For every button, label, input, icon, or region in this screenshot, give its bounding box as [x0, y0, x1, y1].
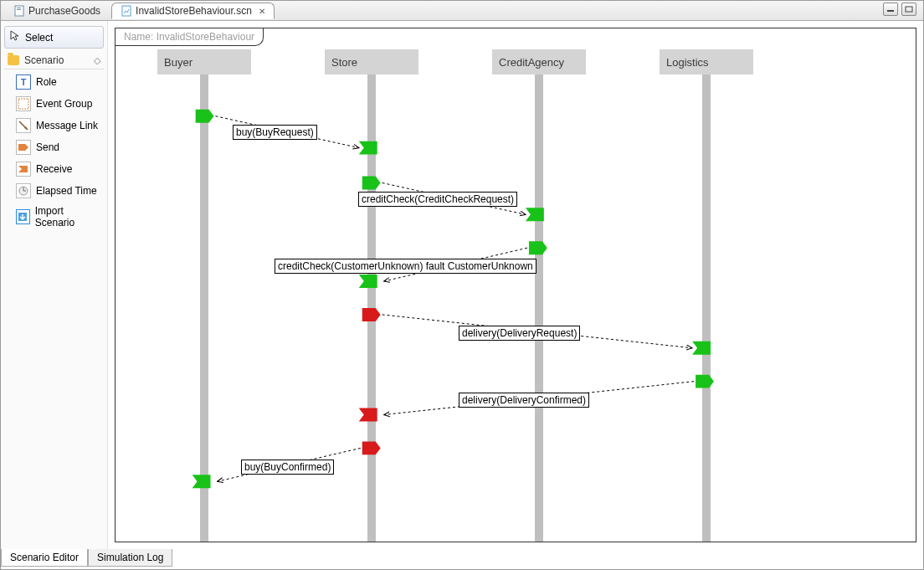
diagram-name-label: Name: InvalidStoreBehaviour — [116, 28, 264, 46]
receive-icon — [16, 162, 31, 177]
pin-icon[interactable]: ◇ — [94, 55, 100, 66]
import-icon — [16, 209, 30, 224]
palette-item-label: Event Group — [36, 98, 92, 110]
svg-rect-6 — [18, 99, 28, 109]
message-label-creditcheck-request[interactable]: creditCheck(CreditCheckRequest) — [358, 192, 517, 207]
role-store[interactable]: Store — [325, 49, 418, 74]
sequence-diagram: Buyer Store CreditAgency Logistics — [116, 49, 916, 542]
palette-item-label: Elapsed Time — [36, 185, 97, 197]
svg-rect-5 — [906, 7, 912, 12]
role-buyer[interactable]: Buyer — [157, 49, 251, 74]
message-label-buy-request[interactable]: buy(BuyRequest) — [233, 125, 317, 140]
lifeline-buyer — [200, 74, 208, 542]
role-label: CreditAgency — [499, 56, 564, 69]
diagram-canvas[interactable]: Name: InvalidStoreBehaviour Buyer Store … — [108, 21, 923, 549]
palette-item-message-link[interactable]: Message Link — [4, 115, 104, 136]
bottom-tab-bar: Scenario Editor Simulation Log — [1, 549, 923, 569]
message-label-delivery-confirmed[interactable]: delivery(DeliveryConfirmed) — [459, 393, 589, 408]
palette-item-role[interactable]: T Role — [4, 71, 104, 93]
svg-rect-0 — [15, 6, 23, 16]
tab-invalid-store-behaviour[interactable]: InvalidStoreBehaviour.scn ✕ — [111, 3, 275, 19]
svg-rect-3 — [122, 6, 131, 16]
palette-group-label: Scenario — [24, 54, 64, 66]
minimize-button[interactable] — [883, 3, 898, 16]
palette-group-scenario[interactable]: Scenario ◇ — [4, 52, 104, 69]
editor-window: PurchaseGoods InvalidStoreBehaviour.scn … — [0, 0, 924, 570]
lifeline-store — [367, 74, 376, 542]
window-controls — [883, 3, 916, 16]
role-label: Logistics — [666, 56, 709, 69]
close-icon[interactable]: ✕ — [259, 7, 265, 16]
cursor-icon — [10, 30, 20, 44]
tab-label: PurchaseGoods — [28, 5, 100, 17]
palette-item-label: Send — [36, 141, 59, 153]
folder-icon — [8, 55, 19, 65]
tab-label: InvalidStoreBehaviour.scn — [136, 5, 252, 17]
svg-rect-1 — [17, 8, 21, 8]
palette-item-send[interactable]: Send — [4, 136, 104, 158]
palette-item-elapsed-time[interactable]: Elapsed Time — [4, 180, 104, 202]
send-icon — [16, 140, 31, 155]
palette-item-label: Receive — [36, 163, 72, 175]
tab-scenario-editor[interactable]: Scenario Editor — [1, 549, 88, 567]
role-icon: T — [16, 74, 31, 90]
palette-select-label: Select — [25, 32, 53, 44]
svg-rect-4 — [887, 10, 894, 12]
maximize-button[interactable] — [901, 3, 916, 16]
message-label-buy-confirmed[interactable]: buy(BuyConfirmed) — [241, 460, 334, 475]
palette: Select Scenario ◇ T Role Event Group — [1, 21, 108, 549]
file-icon — [13, 5, 25, 17]
svg-rect-2 — [17, 9, 21, 10]
content-area: Select Scenario ◇ T Role Event Group — [1, 21, 923, 549]
tab-simulation-log[interactable]: Simulation Log — [88, 549, 172, 567]
palette-item-import-scenario[interactable]: Import Scenario — [4, 202, 104, 232]
editor-tab-bar: PurchaseGoods InvalidStoreBehaviour.scn … — [1, 1, 923, 21]
diagram-connectors — [116, 49, 916, 542]
palette-item-event-group[interactable]: Event Group — [4, 93, 104, 115]
message-link-icon — [16, 118, 31, 133]
palette-select-tool[interactable]: Select — [4, 26, 104, 49]
role-creditagency[interactable]: CreditAgency — [492, 49, 586, 74]
palette-item-receive[interactable]: Receive — [4, 158, 104, 180]
role-logistics[interactable]: Logistics — [660, 49, 753, 74]
lifeline-logistics — [702, 74, 711, 542]
lifeline-creditagency — [535, 74, 543, 542]
role-label: Buyer — [164, 56, 192, 69]
message-label-creditcheck-fault[interactable]: creditCheck(CustomerUnknown) fault Custo… — [275, 259, 536, 274]
role-label: Store — [331, 56, 357, 69]
palette-item-label: Role — [36, 76, 57, 88]
message-label-delivery-request[interactable]: delivery(DeliveryRequest) — [459, 326, 580, 341]
tab-purchase-goods[interactable]: PurchaseGoods — [4, 3, 110, 18]
scenario-file-icon — [121, 5, 132, 17]
clock-icon — [16, 183, 31, 198]
event-group-icon — [16, 96, 31, 111]
palette-item-label: Message Link — [36, 120, 98, 131]
palette-item-label: Import Scenario — [35, 205, 100, 229]
